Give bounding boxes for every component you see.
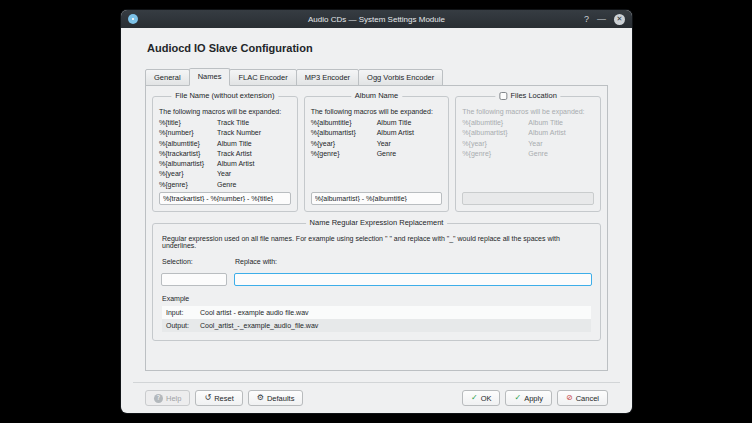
macro-token: %{genre} — [462, 149, 528, 159]
macro-token: %{albumtitle} — [311, 118, 377, 128]
regex-group-title: Name Regular Expression Replacement — [306, 218, 448, 227]
audiocd-app-icon — [128, 14, 138, 24]
footer-separator — [133, 382, 620, 383]
replace-with-label: Replace with: — [235, 258, 592, 265]
macro-token: %{genre} — [311, 149, 377, 159]
macro-description: Album Artist — [528, 128, 565, 138]
macro-description: Album Artist — [377, 128, 414, 138]
replace-with-input[interactable] — [234, 273, 592, 286]
macro-token: %{albumartist} — [159, 159, 217, 169]
macro-row: %{albumtitle} Album Title — [462, 118, 594, 128]
cancel-button-label: Cancel — [576, 394, 599, 403]
file-name-group: File Name (without extension) The follow… — [152, 96, 298, 212]
macro-row: %{trackartist} Track Artist — [159, 149, 291, 159]
files-location-group-title: Files Location — [496, 91, 561, 100]
macro-token: %{albumtitle} — [159, 139, 217, 149]
reset-button[interactable]: ↺ Reset — [195, 390, 242, 406]
right-buttons: ✓ OK ✓ Apply ⊘ Cancel — [462, 390, 608, 406]
selection-input[interactable] — [161, 273, 227, 286]
tab-names[interactable]: Names — [189, 68, 231, 86]
reset-button-label: Reset — [214, 394, 234, 403]
replace-field-group: Replace with: — [234, 258, 592, 286]
macro-token: %{year} — [462, 139, 528, 149]
files-location-label: Files Location — [511, 91, 557, 100]
macro-token: %{albumartist} — [311, 128, 377, 138]
titlebar-buttons: ? — ✕ — [584, 14, 625, 25]
macro-row: %{albumtitle} Album Title — [311, 118, 443, 128]
macro-description: Year — [377, 139, 391, 149]
reset-icon: ↺ — [204, 394, 211, 402]
help-button-label: Help — [166, 394, 181, 403]
example-label: Example — [162, 295, 592, 302]
macro-token: %{year} — [311, 139, 377, 149]
macro-token: %{year} — [159, 169, 217, 179]
apply-check-icon: ✓ — [514, 394, 521, 402]
macros-intro: The following macros will be expanded: — [311, 108, 443, 115]
regex-description: Regular expression used on all file name… — [162, 235, 592, 249]
macro-description: Year — [528, 139, 542, 149]
regex-fields: Selection: Replace with: — [161, 258, 592, 286]
defaults-button-label: Defaults — [267, 394, 295, 403]
contextual-help-icon[interactable]: ? — [584, 15, 589, 24]
macro-description: Album Title — [377, 118, 412, 128]
ok-button[interactable]: ✓ OK — [462, 390, 501, 406]
apply-button-label: Apply — [524, 394, 543, 403]
macro-token: %{albumartist} — [462, 128, 528, 138]
macros-intro: The following macros will be expanded: — [159, 108, 291, 115]
macro-row: %{number} Track Number — [159, 128, 291, 138]
window-title: Audio CDs — System Settings Module — [121, 15, 632, 24]
desktop-background: Audio CDs — System Settings Module ? — ✕… — [0, 0, 752, 423]
example-output-label: Output: — [166, 320, 200, 331]
macro-row: %{year} Year — [311, 139, 443, 149]
files-location-group: Files Location The following macros will… — [455, 96, 601, 212]
tab-ogg-vorbis-encoder[interactable]: Ogg Vorbis Encoder — [358, 69, 443, 86]
apply-button[interactable]: ✓ Apply — [505, 390, 551, 406]
macro-row: %{title} Track Title — [159, 118, 291, 128]
tab-flac-encoder[interactable]: FLAC Encoder — [229, 69, 296, 86]
example-input-row: Input: Cool artist - example audio file.… — [162, 306, 591, 319]
cancel-button[interactable]: ⊘ Cancel — [557, 390, 608, 406]
macro-description: Album Title — [528, 118, 563, 128]
macro-description: Album Title — [217, 139, 252, 149]
tab-mp3-encoder[interactable]: MP3 Encoder — [296, 69, 359, 86]
file-name-pattern-input[interactable] — [159, 192, 291, 205]
macro-row: %{albumartist} Album Artist — [462, 128, 594, 138]
titlebar[interactable]: Audio CDs — System Settings Module ? — ✕ — [121, 10, 632, 28]
macro-token: %{genre} — [159, 180, 217, 190]
album-name-group: Album Name The following macros will be … — [304, 96, 450, 212]
macro-row: %{albumartist} Album Artist — [311, 128, 443, 138]
tab-bar: General Names FLAC Encoder MP3 Encoder O… — [145, 69, 608, 86]
macro-token: %{title} — [159, 118, 217, 128]
macro-token: %{number} — [159, 128, 217, 138]
macro-description: Genre — [377, 149, 396, 159]
macro-row: %{year} Year — [462, 139, 594, 149]
regex-replacement-group: Name Regular Expression Replacement Regu… — [152, 223, 601, 341]
ok-button-label: OK — [481, 394, 492, 403]
macro-description: Genre — [217, 180, 236, 190]
footer-button-row: ? Help ↺ Reset ⚙ Defaults ✓ OK — [145, 390, 608, 406]
close-icon[interactable]: ✕ — [614, 14, 625, 25]
ok-check-icon: ✓ — [471, 394, 478, 402]
files-location-checkbox[interactable] — [500, 92, 508, 100]
example-input-label: Input: — [166, 307, 200, 318]
page-title: Audiocd IO Slave Configuration — [147, 42, 608, 54]
macro-row: %{genre} Genre — [311, 149, 443, 159]
minimize-icon[interactable]: — — [597, 15, 606, 24]
help-button[interactable]: ? Help — [145, 390, 190, 406]
macro-row: %{genre} Genre — [159, 180, 291, 190]
defaults-button[interactable]: ⚙ Defaults — [248, 390, 304, 406]
left-buttons: ? Help ↺ Reset ⚙ Defaults — [145, 390, 303, 406]
macro-row: %{genre} Genre — [462, 149, 594, 159]
macro-description: Track Artist — [217, 149, 252, 159]
tab-general[interactable]: General — [145, 69, 190, 86]
top-groups: File Name (without extension) The follow… — [152, 96, 601, 212]
album-name-pattern-input[interactable] — [311, 192, 443, 205]
tab-pane: File Name (without extension) The follow… — [145, 85, 608, 371]
help-icon: ? — [154, 394, 163, 403]
macro-description: Track Title — [217, 118, 249, 128]
macro-description: Genre — [528, 149, 547, 159]
dialog-content: Audiocd IO Slave Configuration General N… — [121, 28, 632, 413]
macro-row: %{albumtitle} Album Title — [159, 139, 291, 149]
file-name-group-title: File Name (without extension) — [171, 91, 278, 100]
example-output-row: Output: Cool_artist_-_example_audio_file… — [162, 319, 591, 332]
